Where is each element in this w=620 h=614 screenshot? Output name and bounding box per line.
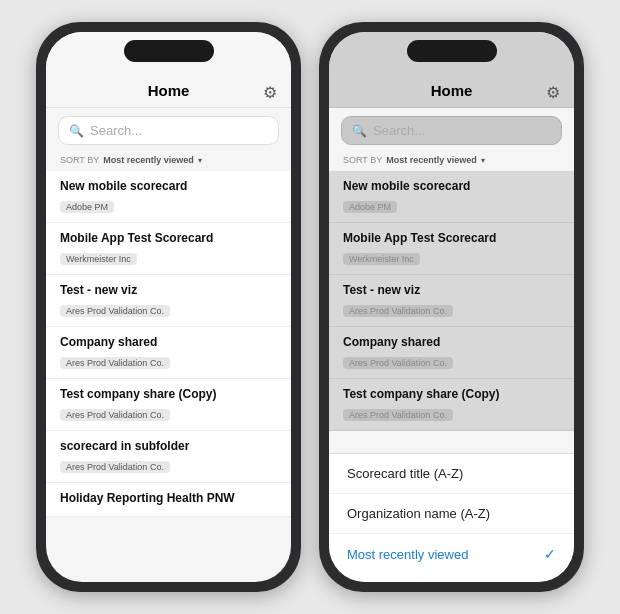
sort-label-left: SORT BY (60, 155, 99, 165)
sort-value-left: Most recently viewed (103, 155, 194, 165)
item-badge: Ares Prod Validation Co. (60, 357, 170, 369)
item-title: Test - new viz (60, 283, 277, 297)
item-badge: Adobe PM (343, 201, 397, 213)
item-title: Company shared (343, 335, 560, 349)
list-item[interactable]: New mobile scorecard Adobe PM (329, 171, 574, 223)
header-title-right: Home (431, 82, 473, 99)
item-badge: Ares Prod Validation Co. (60, 305, 170, 317)
phones-container: Home ⚙ 🔍 Search... SORT BY Most recently… (36, 22, 584, 592)
search-placeholder-left: Search... (90, 123, 142, 138)
item-title: Test company share (Copy) (343, 387, 560, 401)
item-badge: Ares Prod Validation Co. (60, 461, 170, 473)
item-badge: Ares Prod Validation Co. (343, 409, 453, 421)
chevron-down-icon-left: ▾ (198, 156, 202, 165)
gear-icon-left[interactable]: ⚙ (263, 82, 277, 101)
status-bar-right (329, 32, 574, 76)
list-item[interactable]: New mobile scorecard Adobe PM (46, 171, 291, 223)
header-left: Home ⚙ (46, 76, 291, 108)
item-title: New mobile scorecard (60, 179, 277, 193)
header-title-left: Home (148, 82, 190, 99)
dropdown-option-label: Scorecard title (A-Z) (347, 466, 463, 481)
left-screen: Home ⚙ 🔍 Search... SORT BY Most recently… (46, 32, 291, 582)
item-badge: Ares Prod Validation Co. (60, 409, 170, 421)
item-title: Company shared (60, 335, 277, 349)
item-title: Mobile App Test Scorecard (343, 231, 560, 245)
sort-bar-left[interactable]: SORT BY Most recently viewed ▾ (46, 153, 291, 171)
list-item[interactable]: Holiday Reporting Health PNW (46, 483, 291, 517)
list-item[interactable]: Test company share (Copy) Ares Prod Vali… (329, 379, 574, 431)
item-badge: Werkmeister Inc (343, 253, 420, 265)
chevron-down-icon-right: ▾ (481, 156, 485, 165)
item-title: scorecard in subfolder (60, 439, 277, 453)
search-placeholder-right: Search... (373, 123, 425, 138)
list-right: New mobile scorecard Adobe PM Mobile App… (329, 171, 574, 431)
item-title: Test company share (Copy) (60, 387, 277, 401)
item-title: Test - new viz (343, 283, 560, 297)
item-title: New mobile scorecard (343, 179, 560, 193)
search-bar-right[interactable]: 🔍 Search... (341, 116, 562, 145)
sort-dropdown: Scorecard title (A-Z) Organization name … (329, 453, 574, 582)
list-item[interactable]: Mobile App Test Scorecard Werkmeister In… (329, 223, 574, 275)
item-title: Mobile App Test Scorecard (60, 231, 277, 245)
dropdown-option-label: Most recently viewed (347, 547, 468, 562)
list-item[interactable]: Company shared Ares Prod Validation Co. (46, 327, 291, 379)
sort-bar-right[interactable]: SORT BY Most recently viewed ▾ (329, 153, 574, 171)
search-icon-left: 🔍 (69, 124, 84, 138)
gear-icon-right[interactable]: ⚙ (546, 82, 560, 101)
left-phone: Home ⚙ 🔍 Search... SORT BY Most recently… (36, 22, 301, 592)
list-item[interactable]: Company shared Ares Prod Validation Co. (329, 327, 574, 379)
dropdown-option[interactable]: Most recently viewed ✓ (329, 534, 574, 574)
dropdown-option[interactable]: Organization name (A-Z) (329, 494, 574, 534)
sort-value-right: Most recently viewed (386, 155, 477, 165)
item-badge: Ares Prod Validation Co. (343, 305, 453, 317)
item-badge: Ares Prod Validation Co. (343, 357, 453, 369)
list-item[interactable]: Test company share (Copy) Ares Prod Vali… (46, 379, 291, 431)
sort-label-right: SORT BY (343, 155, 382, 165)
item-badge: Werkmeister Inc (60, 253, 137, 265)
search-icon-right: 🔍 (352, 124, 367, 138)
search-bar-left[interactable]: 🔍 Search... (58, 116, 279, 145)
status-bar-left (46, 32, 291, 76)
list-item[interactable]: Test - new viz Ares Prod Validation Co. (329, 275, 574, 327)
list-item[interactable]: Test - new viz Ares Prod Validation Co. (46, 275, 291, 327)
dropdown-option[interactable]: Scorecard title (A-Z) (329, 454, 574, 494)
item-title: Holiday Reporting Health PNW (60, 491, 277, 505)
dropdown-option-label: Organization name (A-Z) (347, 506, 490, 521)
right-screen: Home ⚙ 🔍 Search... SORT BY Most recently… (329, 32, 574, 582)
checkmark-icon: ✓ (544, 546, 556, 562)
list-left: New mobile scorecard Adobe PM Mobile App… (46, 171, 291, 517)
right-phone: Home ⚙ 🔍 Search... SORT BY Most recently… (319, 22, 584, 592)
list-item[interactable]: scorecard in subfolder Ares Prod Validat… (46, 431, 291, 483)
header-right: Home ⚙ (329, 76, 574, 108)
list-item[interactable]: Mobile App Test Scorecard Werkmeister In… (46, 223, 291, 275)
item-badge: Adobe PM (60, 201, 114, 213)
